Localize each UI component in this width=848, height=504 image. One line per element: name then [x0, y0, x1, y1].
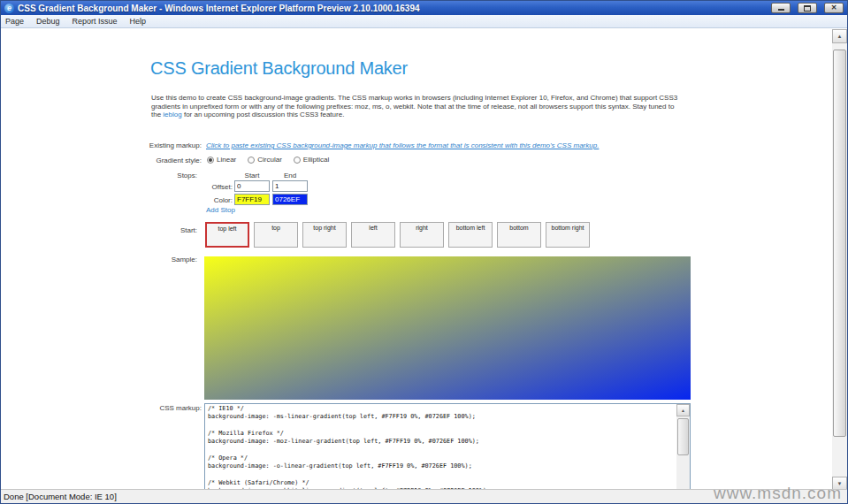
css-markup-textarea[interactable]: /* IE10 */ background-image: -ms-linear-… [204, 403, 691, 491]
gradient-style-radio-linear[interactable]: Linear [207, 156, 236, 164]
start-preset-top-right[interactable]: top right [302, 222, 347, 248]
intro-text-after: for an upcoming post discussion this CSS… [182, 111, 345, 118]
ie-logo-icon: e [4, 4, 14, 13]
offset-end-input[interactable] [272, 180, 308, 192]
radio-label: Linear [217, 156, 236, 164]
start-preset-top-left[interactable]: top left [205, 222, 249, 248]
status-bar: Done [Document Mode: IE 10] [1, 489, 848, 503]
stops-column-start: Start [233, 172, 271, 179]
title-bar: e CSS Gradient Background Maker - Window… [1, 1, 848, 15]
close-button[interactable]: ✕ [824, 3, 844, 13]
start-preset-bottom-right[interactable]: bottom right [546, 222, 590, 248]
close-icon: ✕ [831, 4, 837, 11]
textarea-scroll-up-icon[interactable]: ▲ [676, 404, 690, 416]
radio-label: Elliptical [303, 156, 329, 164]
menu-item-report-issue[interactable]: Report Issue [73, 17, 118, 26]
color-end-input[interactable] [272, 194, 308, 205]
radio-icon [207, 157, 214, 164]
menu-item-debug[interactable]: Debug [36, 17, 60, 26]
stops-label: Stops: [1, 172, 197, 179]
browser-window: e CSS Gradient Background Maker - Window… [0, 0, 848, 504]
gradient-style-radio-elliptical[interactable]: Elliptical [294, 156, 329, 164]
existing-markup-paste-link[interactable]: Click to paste existing CSS background-i… [206, 141, 675, 149]
color-start-input[interactable] [234, 194, 270, 205]
color-label: Color: [1, 196, 233, 204]
menu-item-help[interactable]: Help [130, 17, 147, 26]
page-viewport: CSS Gradient Background Maker Use this d… [1, 29, 848, 491]
radio-icon [294, 157, 301, 164]
ieblog-link[interactable]: ieblog [163, 111, 181, 118]
menu-item-page[interactable]: Page [5, 17, 24, 26]
start-preset-bottom[interactable]: bottom [497, 222, 541, 248]
sample-label: Sample: [1, 256, 197, 263]
radio-icon [248, 157, 255, 164]
start-label: Start: [1, 226, 197, 234]
existing-markup-label: Existing markup: [1, 141, 202, 149]
menu-bar: Page Debug Report Issue Help [1, 15, 848, 28]
gradient-style-label: Gradient style: [1, 157, 202, 164]
textarea-scrollbar[interactable]: ▲ ▼ [676, 404, 690, 491]
sample-gradient-preview [204, 256, 691, 400]
page-scrollbar[interactable]: ▲ ▼ [832, 29, 847, 491]
page-title: CSS Gradient Background Maker [150, 58, 408, 79]
start-preset-right[interactable]: right [400, 222, 444, 248]
window-title: CSS Gradient Background Maker - Windows … [18, 4, 771, 13]
minimize-button[interactable] [771, 3, 791, 13]
offset-label: Offset: [1, 183, 233, 191]
maximize-button[interactable] [798, 3, 817, 13]
radio-label: Circular [257, 156, 282, 164]
window-controls: ✕ [771, 3, 844, 13]
gradient-style-radio-circular[interactable]: Circular [248, 156, 282, 164]
start-preset-top[interactable]: top [254, 222, 298, 248]
add-stop-link[interactable]: Add Stop [206, 206, 235, 214]
start-preset-bottom-left[interactable]: bottom left [448, 222, 493, 248]
status-text: Done [Document Mode: IE 10] [4, 492, 117, 501]
minimize-icon [778, 9, 784, 11]
intro-paragraph: Use this demo to create CSS background-i… [151, 94, 680, 119]
textarea-scrollbar-thumb[interactable] [677, 418, 689, 455]
offset-start-input[interactable] [234, 180, 270, 192]
css-markup-code: /* IE10 */ background-image: -ms-linear-… [208, 405, 676, 491]
stops-column-end: End [271, 172, 309, 179]
maximize-icon [804, 5, 811, 11]
start-preset-row: top left top top right left right bottom… [205, 222, 590, 248]
start-preset-left[interactable]: left [351, 222, 395, 248]
page-scrollbar-thumb[interactable] [833, 50, 846, 437]
gradient-style-radio-group: Linear Circular Elliptical [207, 156, 329, 164]
css-markup-label: CSS markup: [1, 404, 202, 412]
page-scroll-up-icon[interactable]: ▲ [832, 29, 847, 43]
